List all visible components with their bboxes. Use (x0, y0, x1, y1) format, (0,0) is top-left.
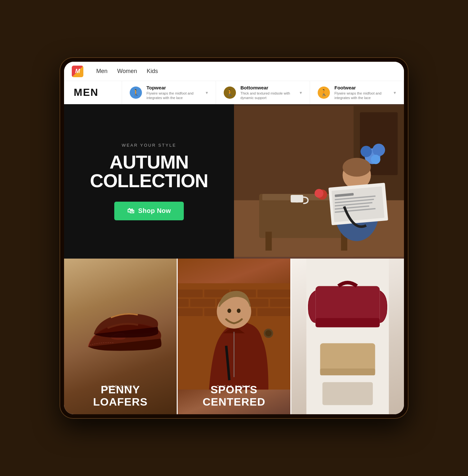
footwear-desc: Flywire wraps the midfoot and integrates… (334, 91, 389, 100)
logo-icon: M (72, 66, 83, 77)
svg-point-15 (371, 155, 380, 164)
svg-rect-54 (323, 382, 373, 405)
svg-rect-42 (257, 308, 290, 316)
hero-left: WEAR YOUR STYLE AUTUMN COLLECTION 🛍 Shop… (64, 104, 234, 259)
product-grid: SHOE GUIDE PENNY LOAFERS (64, 259, 404, 414)
category-topwear[interactable]: 🚶 Topwear Flywire wraps the midfoot and … (122, 81, 216, 104)
svg-rect-39 (178, 308, 203, 316)
svg-rect-6 (266, 232, 272, 251)
svg-rect-30 (178, 289, 203, 297)
logo[interactable]: M (72, 66, 83, 77)
category-bar: MEN 🚶 Topwear Flywire wraps the midfoot … (64, 81, 404, 104)
hero-subtitle: WEAR YOUR STYLE (122, 143, 176, 148)
bag-icon: 🛍 (127, 207, 135, 215)
bottomwear-title: Bottomwear (240, 85, 295, 90)
svg-rect-51 (315, 318, 379, 327)
topwear-icon: 🚶 (130, 87, 142, 99)
hero-section: WEAR YOUR STYLE AUTUMN COLLECTION 🛍 Shop… (64, 104, 404, 259)
hero-right (234, 104, 404, 259)
svg-rect-38 (270, 299, 290, 307)
hero-image (234, 104, 404, 259)
svg-point-47 (228, 308, 231, 313)
shop-now-button[interactable]: 🛍 Shop Now (114, 202, 184, 220)
product-card-shoes[interactable]: SHOE GUIDE PENNY LOAFERS (64, 259, 178, 414)
category-men-label: MEN (64, 81, 122, 104)
product-card-jacket[interactable]: CHEAT SHEET SPORTS CENTERED (178, 259, 291, 414)
svg-rect-37 (178, 299, 189, 307)
nav-men[interactable]: Men (96, 67, 108, 76)
jacket-product-title: SPORTS CENTERED (178, 384, 290, 408)
topwear-desc: Flywire wraps the midfoot and integrates… (146, 91, 201, 100)
shop-now-label: Shop Now (138, 207, 171, 215)
footwear-icon: 🚶 (318, 87, 330, 99)
product-card-clothes[interactable] (291, 259, 404, 414)
men-section-title: MEN (74, 87, 98, 98)
svg-point-13 (372, 144, 385, 156)
svg-point-48 (237, 308, 241, 313)
nav-kids[interactable]: Kids (147, 67, 158, 76)
category-footwear[interactable]: 🚶 Footwear Flywire wraps the midfoot and… (310, 81, 404, 104)
bottomwear-arrow: ▾ (300, 90, 302, 95)
footwear-title: Footwear (334, 85, 389, 90)
category-bottomwear[interactable]: 🚶 Bottomwear Thick and textured midsole … (216, 81, 310, 104)
svg-rect-53 (320, 369, 375, 375)
device-frame: M Men Women Kids MEN 🚶 Topwear Flywire w… (60, 58, 408, 418)
shoe-illustration (75, 302, 165, 360)
svg-point-18 (342, 158, 371, 177)
svg-rect-34 (190, 299, 215, 307)
svg-point-44 (265, 330, 271, 336)
topwear-title: Topwear (146, 85, 201, 90)
footwear-arrow: ▾ (394, 90, 396, 95)
bottomwear-icon: 🚶 (224, 87, 236, 99)
svg-rect-33 (257, 289, 290, 297)
svg-point-14 (360, 146, 372, 157)
screen: M Men Women Kids MEN 🚶 Topwear Flywire w… (64, 62, 404, 414)
hero-scene-svg (234, 104, 404, 259)
nav-women[interactable]: Women (117, 67, 137, 76)
top-nav: M Men Women Kids (64, 62, 404, 81)
clothes-illustration (291, 259, 404, 414)
svg-point-11 (314, 189, 323, 197)
svg-rect-9 (291, 195, 303, 202)
topwear-arrow: ▾ (206, 90, 208, 95)
hero-title: AUTUMN COLLECTION (90, 153, 208, 190)
bottomwear-desc: Thick and textured midsole with dynamic … (240, 91, 295, 100)
shoes-product-title: PENNY LOAFERS (64, 384, 177, 408)
